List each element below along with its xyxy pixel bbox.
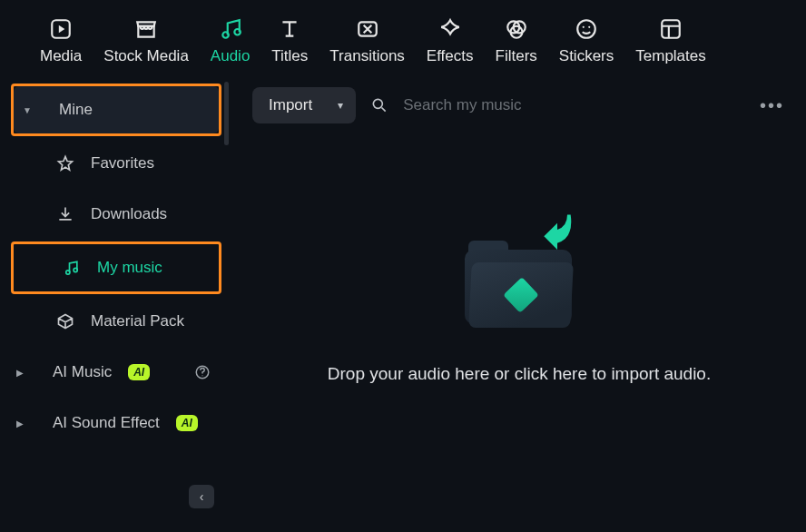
tab-transitions[interactable]: Transitions [329, 16, 405, 65]
star-icon [56, 154, 74, 172]
content-toolbar: Import ▾ ••• [249, 84, 790, 133]
tab-templates[interactable]: Templates [635, 16, 705, 65]
effects-icon [438, 17, 462, 41]
tab-label: Filters [496, 47, 537, 65]
tab-label: Stickers [559, 47, 614, 65]
music-icon [63, 259, 81, 277]
chevron-right-icon: ▶ [16, 368, 24, 378]
templates-icon [659, 17, 683, 41]
top-tabs: Media Stock Media Audio Titles Transitio… [0, 0, 806, 73]
collapse-sidebar-button[interactable]: ‹ [189, 485, 214, 508]
scrollbar[interactable] [224, 82, 229, 145]
drop-area[interactable]: Drop your audio here or click here to im… [249, 133, 790, 521]
ai-badge: AI [176, 415, 198, 431]
media-icon [49, 17, 73, 41]
chevron-down-icon: ▼ [23, 105, 32, 115]
sidebar-item-ai-sound-effect[interactable]: ▶ AI Sound Effect AI [7, 398, 225, 448]
content-panel: Import ▾ ••• Drop your audio here or cli… [232, 73, 806, 521]
svg-point-9 [583, 26, 585, 28]
sidebar-item-favorites[interactable]: Favorites [7, 138, 225, 189]
search-input[interactable] [403, 96, 740, 114]
help-icon[interactable] [194, 364, 211, 380]
svg-point-3 [234, 29, 241, 35]
sidebar-item-label: Downloads [91, 205, 167, 223]
tab-label: Templates [635, 47, 705, 65]
filters-icon [505, 17, 528, 41]
text-icon [278, 17, 301, 41]
sticker-icon [575, 17, 598, 41]
svg-point-10 [588, 26, 590, 28]
chevron-left-icon: ‹ [200, 489, 204, 504]
svg-rect-11 [662, 20, 680, 38]
sidebar-item-ai-music[interactable]: ▶ AI Music AI [7, 347, 225, 398]
download-arrow-icon [537, 210, 577, 250]
tab-stickers[interactable]: Stickers [559, 16, 614, 65]
tab-label: Audio [211, 47, 250, 65]
tab-label: Effects [427, 47, 474, 65]
sidebar-item-my-music[interactable]: My music [14, 244, 219, 291]
svg-point-12 [66, 271, 70, 274]
import-label: Import [269, 96, 312, 114]
download-icon [56, 205, 74, 223]
drop-text: Drop your audio here or click here to im… [328, 364, 711, 384]
sidebar-item-downloads[interactable]: Downloads [7, 189, 225, 240]
svg-point-8 [577, 20, 595, 38]
main: ▼ Mine Favorites Downloads My music [0, 73, 806, 521]
transitions-icon [356, 17, 379, 41]
tab-audio[interactable]: Audio [211, 16, 250, 65]
svg-point-16 [374, 99, 383, 108]
sidebar-item-label: Material Pack [91, 312, 184, 330]
sidebar: ▼ Mine Favorites Downloads My music [0, 73, 232, 521]
tab-media[interactable]: Media [40, 16, 82, 65]
sidebar-item-label: Favorites [91, 154, 154, 172]
tab-label: Transitions [329, 47, 405, 65]
tab-label: Stock Media [103, 47, 189, 65]
chevron-right-icon: ▶ [16, 419, 24, 429]
svg-point-13 [74, 268, 77, 271]
package-icon [56, 312, 74, 330]
sidebar-item-label: AI Sound Effect [53, 414, 160, 432]
svg-point-2 [222, 32, 229, 38]
tab-titles[interactable]: Titles [271, 16, 308, 65]
music-icon [219, 17, 242, 41]
tab-effects[interactable]: Effects [427, 16, 474, 65]
sidebar-item-label: My music [97, 259, 162, 277]
sidebar-item-label: Mine [59, 101, 93, 119]
tab-stock-media[interactable]: Stock Media [103, 16, 189, 65]
sidebar-item-material-pack[interactable]: Material Pack [7, 296, 225, 347]
search-icon[interactable] [370, 96, 388, 114]
tab-label: Titles [271, 47, 308, 65]
svg-marker-1 [59, 25, 65, 34]
highlight-my-music: My music [11, 241, 221, 294]
tab-label: Media [40, 47, 82, 65]
folder-illustration [456, 224, 583, 333]
sidebar-item-mine[interactable]: ▼ Mine [14, 86, 219, 133]
tab-filters[interactable]: Filters [496, 16, 537, 65]
chevron-down-icon: ▾ [338, 99, 343, 112]
ellipsis-icon: ••• [760, 95, 784, 115]
store-icon [134, 17, 158, 41]
svg-point-15 [202, 375, 202, 376]
import-button[interactable]: Import ▾ [252, 87, 356, 123]
highlight-mine: ▼ Mine [11, 84, 221, 136]
ai-badge: AI [128, 364, 150, 380]
more-button[interactable]: ••• [754, 95, 790, 116]
sidebar-item-label: AI Music [53, 363, 112, 381]
